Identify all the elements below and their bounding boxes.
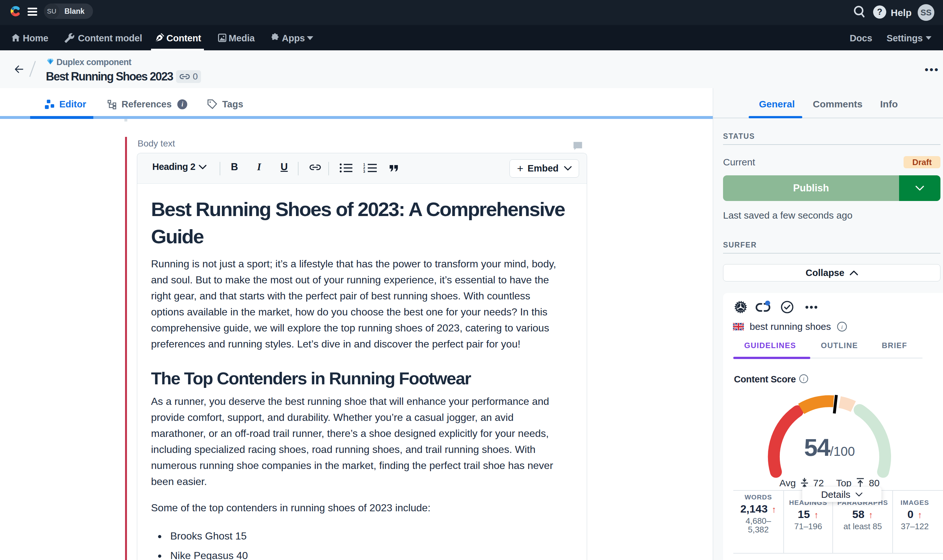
svg-text:3: 3 bbox=[363, 170, 365, 173]
svg-text:i: i bbox=[841, 324, 843, 330]
svg-text:1: 1 bbox=[363, 163, 365, 166]
svg-text:2: 2 bbox=[363, 166, 365, 170]
svg-text:i: i bbox=[803, 376, 804, 382]
